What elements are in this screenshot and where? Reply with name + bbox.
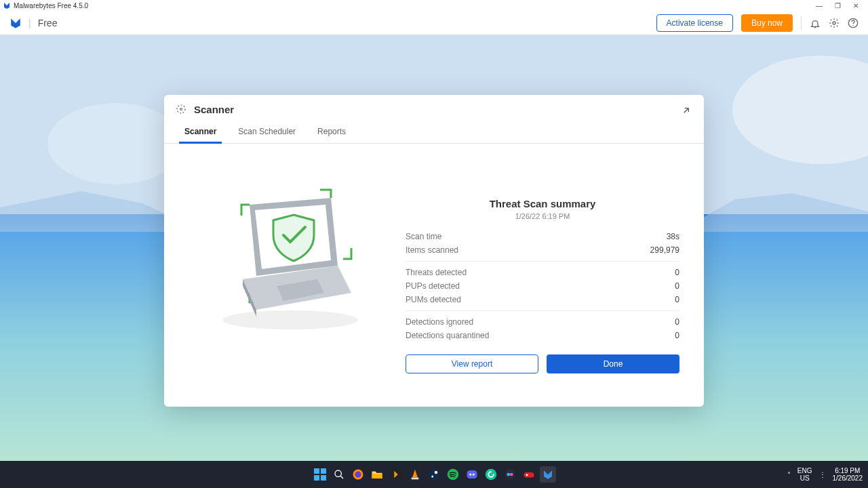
scanner-icon — [175, 103, 187, 115]
summary-row: Detections quarantined0 — [406, 329, 679, 342]
svg-point-17 — [355, 472, 361, 478]
desktop-background: Scanner Scanner Scan Scheduler Reports — [0, 35, 868, 461]
row-value: 0 — [675, 281, 679, 291]
language-indicator[interactable]: ENGUS — [797, 467, 812, 482]
row-label: Items scanned — [406, 245, 458, 255]
start-icon[interactable] — [312, 466, 328, 483]
svg-point-28 — [486, 469, 497, 481]
row-label: Scan time — [406, 232, 441, 241]
malwarebytes-taskbar-icon[interactable] — [540, 466, 556, 483]
summary-row: Items scanned299,979 — [406, 243, 679, 257]
summary-row: Scan time38s — [406, 230, 679, 243]
taskbar-center — [312, 466, 556, 483]
help-icon[interactable] — [848, 18, 859, 28]
svg-point-27 — [473, 474, 475, 476]
app-icon[interactable] — [521, 466, 537, 483]
svg-point-0 — [833, 22, 835, 24]
tab-scan-scheduler[interactable]: Scan Scheduler — [237, 121, 297, 143]
tray-chevron-icon[interactable]: ˄ — [787, 471, 791, 479]
row-value: 0 — [675, 331, 679, 340]
file-explorer-icon[interactable] — [369, 466, 385, 483]
done-button[interactable]: Done — [547, 354, 679, 373]
view-report-button[interactable]: View report — [406, 354, 538, 373]
window-title: Malwarebytes Free 4.5.0 — [14, 2, 88, 9]
summary-row: PUMs detected0 — [406, 293, 679, 306]
malwarebytes-icon — [3, 1, 11, 9]
cloud-decoration — [47, 103, 183, 184]
row-label: Threats detected — [406, 268, 467, 277]
row-value: 299,979 — [650, 245, 679, 255]
summary-title: Threat Scan summary — [406, 198, 679, 209]
scan-summary: Threat Scan summary 1/26/22 6:19 PM Scan… — [406, 157, 679, 373]
summary-row: Threats detected0 — [406, 266, 679, 279]
notifications-icon[interactable] — [810, 18, 821, 28]
spotify-icon[interactable] — [445, 466, 461, 483]
hill-decoration — [678, 191, 868, 232]
svg-point-22 — [435, 471, 438, 474]
tab-scanner[interactable]: Scanner — [183, 121, 218, 143]
collapse-icon[interactable] — [682, 104, 693, 115]
cloud-decoration — [732, 56, 868, 164]
svg-rect-11 — [314, 468, 319, 474]
svg-point-21 — [429, 469, 440, 481]
svg-point-26 — [469, 474, 471, 476]
row-value: 38s — [667, 232, 679, 241]
row-label: Detections ignored — [406, 317, 473, 327]
row-label: PUPs detected — [406, 281, 460, 291]
row-value: 0 — [675, 268, 679, 277]
panel-title: Scanner — [194, 104, 234, 115]
discord-icon[interactable] — [464, 466, 480, 483]
scan-illustration — [189, 157, 392, 361]
svg-rect-13 — [314, 475, 319, 481]
system-tray[interactable]: ˄ ENGUS ⋮ 6:19 PM1/26/2022 — [787, 467, 863, 482]
minimize-button[interactable]: — — [816, 2, 823, 9]
malwarebytes-logo-icon — [9, 17, 22, 29]
activate-license-button[interactable]: Activate license — [656, 14, 733, 32]
svg-point-2 — [852, 24, 853, 25]
search-icon[interactable] — [331, 466, 347, 483]
copilot-icon[interactable] — [502, 466, 518, 483]
row-value: 0 — [675, 295, 679, 304]
vlc-icon[interactable] — [407, 466, 423, 483]
svg-point-31 — [510, 473, 513, 476]
buy-now-button[interactable]: Buy now — [741, 14, 793, 32]
row-label: Detections quarantined — [406, 331, 489, 340]
svg-point-4 — [180, 108, 182, 110]
clock[interactable]: 6:19 PM1/26/2022 — [833, 467, 863, 482]
row-value: 0 — [675, 317, 679, 327]
divider — [406, 261, 679, 262]
svg-rect-20 — [412, 478, 419, 480]
plex-icon[interactable] — [388, 466, 404, 483]
svg-point-33 — [526, 474, 528, 476]
summary-datetime: 1/26/22 6:19 PM — [406, 212, 679, 220]
divider — [801, 16, 802, 30]
svg-point-15 — [335, 470, 341, 476]
wifi-icon[interactable]: ⋮ — [819, 471, 826, 479]
grammarly-icon[interactable] — [483, 466, 499, 483]
svg-point-5 — [222, 310, 358, 329]
steam-icon[interactable] — [426, 466, 442, 483]
svg-point-30 — [507, 473, 511, 476]
svg-point-3 — [177, 105, 185, 113]
svg-rect-25 — [467, 470, 477, 479]
product-tier: Free — [38, 18, 58, 28]
svg-rect-18 — [372, 474, 382, 479]
tab-reports[interactable]: Reports — [316, 121, 347, 143]
svg-rect-12 — [321, 468, 326, 474]
svg-rect-14 — [321, 475, 326, 481]
firefox-icon[interactable] — [350, 466, 366, 483]
maximize-button[interactable]: ❐ — [835, 2, 841, 9]
close-button[interactable]: ✕ — [853, 2, 859, 9]
svg-rect-32 — [524, 472, 534, 478]
divider — [406, 310, 679, 311]
tabs: Scanner Scan Scheduler Reports — [164, 121, 704, 144]
logo-separator: | — [28, 18, 31, 28]
summary-row: Detections ignored0 — [406, 315, 679, 329]
settings-icon[interactable] — [829, 18, 840, 28]
svg-point-23 — [431, 476, 433, 478]
summary-row: PUPs detected0 — [406, 279, 679, 293]
taskbar[interactable]: ˄ ENGUS ⋮ 6:19 PM1/26/2022 — [0, 461, 868, 488]
scanner-panel: Scanner Scanner Scan Scheduler Reports — [164, 95, 704, 407]
app-header: | Free Activate license Buy now — [0, 11, 868, 35]
row-label: PUMs detected — [406, 295, 461, 304]
